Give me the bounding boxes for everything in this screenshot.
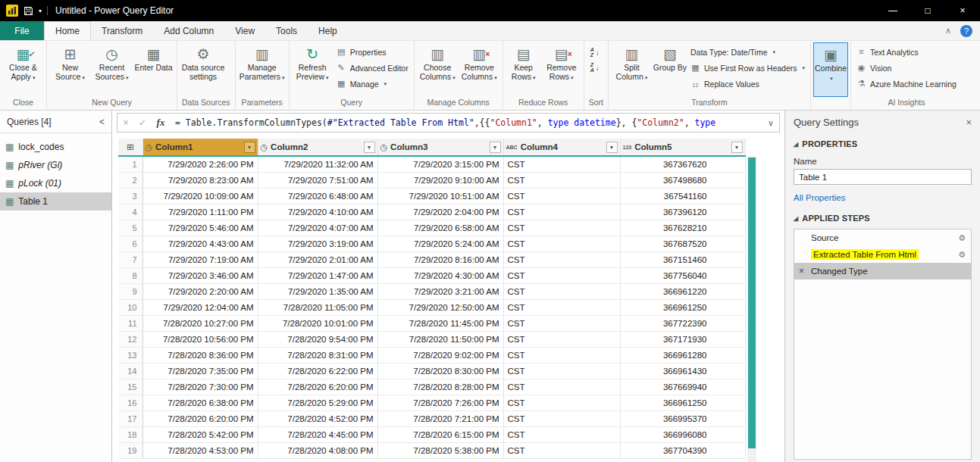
tab-view[interactable]: View <box>224 21 265 40</box>
cell[interactable]: CST <box>503 331 620 347</box>
data-type-button[interactable]: Data Type: Date/Time ▾ <box>690 45 805 58</box>
tab-add-column[interactable]: Add Column <box>153 21 224 40</box>
column-type-icon-datetime[interactable]: ◷ <box>380 142 388 152</box>
cell[interactable]: CST <box>503 267 620 283</box>
split-column-button[interactable]: ▥ Split Column▾ <box>611 42 653 97</box>
sort-ascending-button[interactable]: AZ ↓ <box>588 46 602 58</box>
cell[interactable]: 7/28/2020 8:36:00 PM <box>142 347 258 363</box>
row-number[interactable]: 8 <box>118 267 142 283</box>
combine-button[interactable]: ▣ Combine▾ <box>813 42 848 97</box>
cell[interactable]: 367687520 <box>620 236 745 251</box>
cell[interactable]: 7/29/2020 8:16:00 AM <box>377 251 503 267</box>
formula-input[interactable]: = Table.TransformColumnTypes(#"Extracted… <box>171 117 762 128</box>
cell[interactable]: 7/29/2020 3:46:00 AM <box>142 267 258 283</box>
row-number[interactable]: 6 <box>118 236 142 251</box>
cell[interactable]: 7/28/2020 8:28:00 PM <box>377 379 503 395</box>
cell[interactable]: 7/29/2020 3:21:00 AM <box>377 283 503 299</box>
cell[interactable]: 7/28/2020 10:27:00 PM <box>142 315 258 331</box>
cell[interactable]: 7/29/2020 10:09:00 AM <box>142 188 258 204</box>
cell[interactable]: 7/29/2020 4:30:00 AM <box>377 267 503 283</box>
applied-step[interactable]: Extracted Table From Html⚙ <box>794 246 971 263</box>
cell[interactable]: 7/29/2020 2:20:00 AM <box>142 283 258 299</box>
cell[interactable]: 7/28/2020 4:45:00 PM <box>258 426 377 442</box>
cell[interactable]: 7/28/2020 6:20:00 PM <box>258 379 377 395</box>
cancel-formula-icon[interactable]: × <box>117 117 134 128</box>
cell[interactable]: 366961280 <box>620 347 745 363</box>
row-number[interactable]: 5 <box>118 220 142 236</box>
select-all-corner[interactable]: ⊞ <box>118 139 142 156</box>
recent-sources-button[interactable]: ◷ Recent Sources▾ <box>91 42 133 97</box>
manage-button[interactable]: ▦ Manage ▾ <box>337 77 409 90</box>
step-settings-gear-icon[interactable]: ⚙ <box>958 233 966 243</box>
cell[interactable]: CST <box>503 283 620 299</box>
cell[interactable]: 367171930 <box>620 331 745 347</box>
query-list-item[interactable]: ▦Table 1 <box>0 192 111 211</box>
cell[interactable]: 7/29/2020 8:23:00 AM <box>142 172 258 188</box>
cell[interactable]: CST <box>503 299 620 315</box>
close-apply-button[interactable]: ▦✓ Close & Apply▾ <box>2 42 44 97</box>
cell[interactable]: 7/28/2020 5:38:00 PM <box>377 442 503 458</box>
filter-dropdown-icon[interactable]: ▼ <box>490 142 501 153</box>
cell[interactable]: 7/28/2020 7:30:00 PM <box>142 379 258 395</box>
scrollbar-thumb[interactable] <box>748 158 756 448</box>
row-number[interactable]: 3 <box>118 188 142 204</box>
row-number[interactable]: 14 <box>118 363 142 379</box>
row-number[interactable]: 12 <box>118 331 142 347</box>
remove-rows-button[interactable]: ▤× Remove Rows▾ <box>542 42 581 97</box>
query-list-item[interactable]: ▦pLock (01) <box>0 174 111 192</box>
filter-dropdown-icon[interactable]: ▼ <box>606 142 618 153</box>
maximize-button[interactable]: □ <box>910 0 945 21</box>
column-header-column5[interactable]: 123Column5▼ <box>620 139 745 156</box>
cell[interactable]: 7/29/2020 10:51:00 AM <box>377 188 503 204</box>
cell[interactable]: 7/29/2020 12:50:00 AM <box>377 299 503 315</box>
sort-descending-button[interactable]: ZA ↓ <box>588 61 602 73</box>
cell[interactable]: 7/29/2020 7:19:00 AM <box>142 251 258 267</box>
tab-home[interactable]: Home <box>44 21 91 40</box>
cell[interactable]: 366961430 <box>620 363 745 379</box>
cell[interactable]: CST <box>503 236 620 251</box>
cell[interactable]: 7/28/2020 4:08:00 PM <box>258 442 377 458</box>
use-first-row-as-headers-button[interactable]: ▦ Use First Row as Headers ▾ <box>690 61 805 74</box>
column-type-icon-number[interactable]: 123 <box>623 145 632 150</box>
cell[interactable]: 7/29/2020 1:11:00 PM <box>142 204 258 220</box>
cell[interactable]: 7/29/2020 12:04:00 AM <box>142 299 258 315</box>
cell[interactable]: 7/28/2020 9:54:00 PM <box>258 331 377 347</box>
close-panel-icon[interactable]: × <box>966 117 972 128</box>
cell[interactable]: 7/28/2020 4:52:00 PM <box>258 410 377 426</box>
cell[interactable]: 367367620 <box>620 156 745 172</box>
cell[interactable]: 367498680 <box>620 172 745 188</box>
cell[interactable]: CST <box>503 379 620 395</box>
cell[interactable]: 7/28/2020 11:45:00 PM <box>377 315 503 331</box>
manage-parameters-button[interactable]: ▥ Manage Parameters▾ <box>238 42 286 97</box>
row-number[interactable]: 4 <box>118 204 142 220</box>
quick-access-toolbar-arrow-icon[interactable]: ▾ <box>39 8 42 14</box>
new-source-button[interactable]: ⊞ New Source▾ <box>49 42 91 97</box>
column-type-icon-text[interactable]: ABC <box>506 145 518 150</box>
cell[interactable]: 7/29/2020 5:24:00 AM <box>377 236 503 251</box>
cell[interactable]: 7/28/2020 8:31:00 PM <box>258 347 377 363</box>
properties-section-header[interactable]: ◢ PROPERTIES <box>794 139 972 148</box>
cell[interactable]: 7/28/2020 11:50:00 PM <box>377 331 503 347</box>
refresh-preview-button[interactable]: ↻ Refresh Preview▾ <box>292 42 333 97</box>
query-name-input[interactable] <box>794 169 972 185</box>
cell[interactable]: 7/29/2020 6:58:00 AM <box>377 220 503 236</box>
row-number[interactable]: 9 <box>118 283 142 299</box>
row-number[interactable]: 17 <box>118 410 142 426</box>
row-number[interactable]: 11 <box>118 315 142 331</box>
cell[interactable]: 366961250 <box>620 395 745 410</box>
column-header-column4[interactable]: ABCColumn4▼ <box>503 139 620 156</box>
cell[interactable]: 367396120 <box>620 204 745 220</box>
confirm-formula-icon[interactable]: ✓ <box>134 117 151 128</box>
minimize-button[interactable]: — <box>875 0 910 21</box>
tab-transform[interactable]: Transform <box>91 21 153 40</box>
cell[interactable]: CST <box>503 426 620 442</box>
step-settings-gear-icon[interactable]: ⚙ <box>958 250 966 260</box>
cell[interactable]: 7/28/2020 6:38:00 PM <box>142 395 258 410</box>
cell[interactable]: 7/28/2020 8:30:00 PM <box>377 363 503 379</box>
cell[interactable]: 366996080 <box>620 426 745 442</box>
row-number[interactable]: 13 <box>118 347 142 363</box>
cell[interactable]: CST <box>503 188 620 204</box>
cell[interactable]: 367756040 <box>620 267 745 283</box>
cell[interactable]: CST <box>503 363 620 379</box>
cell[interactable]: 367669940 <box>620 379 745 395</box>
